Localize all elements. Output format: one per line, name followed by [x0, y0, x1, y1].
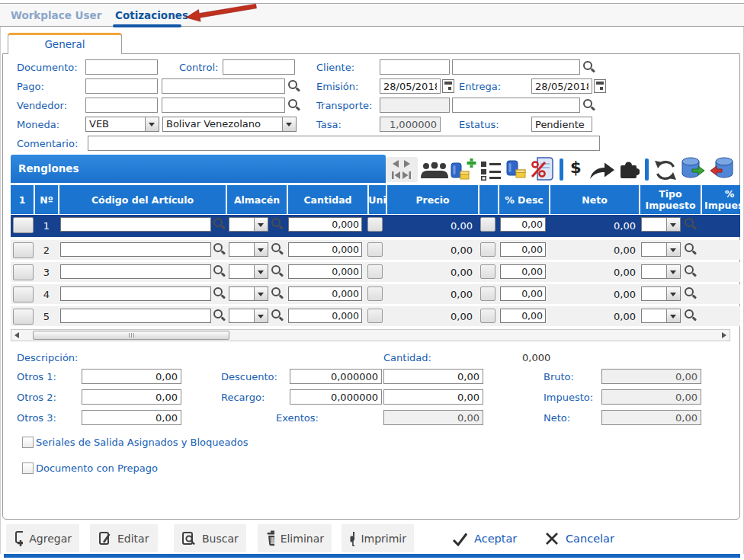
- almacen-search-icon[interactable]: [271, 218, 284, 230]
- moneda-name-select[interactable]: Bolivar Venezolano: [162, 117, 297, 132]
- uni-cell[interactable]: [367, 286, 383, 301]
- export-data-icon[interactable]: [681, 157, 705, 180]
- tab-cotizaciones[interactable]: Cotizaciones: [115, 4, 188, 27]
- almacen-select[interactable]: [229, 286, 268, 301]
- scroll-left-icon[interactable]: [14, 332, 19, 338]
- discount-document-icon[interactable]: [531, 157, 554, 181]
- scroll-right-icon[interactable]: [722, 332, 726, 338]
- cliente-code-input[interactable]: [380, 59, 450, 75]
- articulo-search-icon[interactable]: [213, 243, 226, 255]
- row-selector-button[interactable]: [13, 242, 34, 258]
- articulo-search-icon[interactable]: [213, 218, 226, 230]
- almacen-select[interactable]: [229, 217, 268, 232]
- customers-icon[interactable]: [421, 162, 448, 179]
- uni-cell[interactable]: [367, 309, 383, 323]
- descuento-pct-input[interactable]: [290, 369, 382, 384]
- editar-button[interactable]: Editar: [90, 524, 158, 552]
- row-selector-button[interactable]: [13, 286, 34, 302]
- articulo-search-icon[interactable]: [213, 265, 226, 277]
- tipo-impuesto-search-icon[interactable]: [685, 287, 697, 299]
- tipo-impuesto-search-icon[interactable]: [685, 309, 697, 322]
- articulo-code-input[interactable]: [60, 242, 211, 257]
- refresh-icon[interactable]: [654, 159, 677, 181]
- prepago-checkbox[interactable]: [22, 462, 34, 474]
- aceptar-button[interactable]: Aceptar: [444, 524, 529, 552]
- tab-general[interactable]: General: [8, 33, 122, 54]
- seriales-checkbox[interactable]: [22, 437, 34, 448]
- articulo-search-icon[interactable]: [213, 309, 226, 322]
- imprimir-button[interactable]: Imprimir: [342, 524, 414, 552]
- tab-workplace-user[interactable]: Workplace User: [11, 4, 101, 27]
- cancelar-button[interactable]: Cancelar: [537, 524, 622, 552]
- agregar-button[interactable]: Agregar: [6, 524, 79, 552]
- desc-input[interactable]: [500, 242, 546, 257]
- pago-search-icon[interactable]: [288, 80, 300, 92]
- desc-input[interactable]: [500, 309, 546, 323]
- uni-cell[interactable]: [367, 264, 383, 279]
- comentario-input[interactable]: [88, 136, 600, 151]
- cliente-search-icon[interactable]: [583, 61, 595, 73]
- cantidad-input[interactable]: [288, 286, 362, 301]
- currency-icon[interactable]: $: [570, 158, 582, 177]
- transporte-name-input[interactable]: [452, 98, 580, 113]
- spacer-cell[interactable]: [480, 264, 495, 279]
- articulo-code-input[interactable]: [60, 286, 211, 301]
- desc-input[interactable]: [500, 264, 546, 279]
- tipo-impuesto-search-icon[interactable]: [685, 243, 697, 255]
- row-selector-button[interactable]: [13, 264, 34, 280]
- articulo-code-input[interactable]: [60, 309, 211, 323]
- tipo-impuesto-select[interactable]: [641, 242, 681, 257]
- grid-row-2[interactable]: 2 0,00 0,00: [11, 240, 740, 260]
- cliente-name-input[interactable]: [452, 59, 580, 75]
- cantidad-input[interactable]: [288, 217, 362, 232]
- cantidad-input[interactable]: [288, 309, 362, 323]
- articulo-code-input[interactable]: [60, 264, 211, 279]
- vendedor-name-input[interactable]: [162, 98, 285, 113]
- recargo-pct-input[interactable]: [290, 389, 382, 405]
- otros3-input[interactable]: [82, 410, 181, 425]
- almacen-select[interactable]: [229, 309, 268, 323]
- spacer-cell[interactable]: [480, 217, 495, 232]
- vendedor-search-icon[interactable]: [288, 99, 300, 111]
- articulo-code-input[interactable]: [60, 217, 211, 232]
- transporte-search-icon[interactable]: [583, 99, 595, 111]
- record-navigation-icon[interactable]: [386, 157, 418, 182]
- tipo-impuesto-select[interactable]: [641, 264, 681, 279]
- emision-date-input[interactable]: [380, 78, 441, 94]
- control-input[interactable]: [223, 59, 295, 75]
- tipo-impuesto-select[interactable]: [641, 309, 681, 323]
- entrega-date-input[interactable]: [531, 78, 592, 94]
- vendedor-code-input[interactable]: [85, 98, 158, 113]
- tipo-impuesto-search-icon[interactable]: [685, 218, 697, 230]
- desc-input[interactable]: [500, 286, 546, 301]
- grid-row-4[interactable]: 4 0,00 0,00: [11, 284, 740, 304]
- spacer-cell[interactable]: [480, 242, 495, 257]
- grid-row-5[interactable]: 5 0,00 0,00: [11, 306, 740, 326]
- documento-input[interactable]: [85, 59, 158, 75]
- grid-row-1[interactable]: 1 0,00 0,00: [11, 215, 740, 237]
- almacen-search-icon[interactable]: [271, 309, 284, 322]
- almacen-search-icon[interactable]: [271, 265, 284, 277]
- articulo-search-icon[interactable]: [213, 287, 226, 299]
- cantidad-input[interactable]: [288, 242, 362, 257]
- tipo-impuesto-search-icon[interactable]: [685, 265, 697, 277]
- spacer-cell[interactable]: [480, 309, 495, 323]
- uni-cell[interactable]: [367, 217, 383, 232]
- descuento-amt-input[interactable]: [383, 369, 483, 384]
- otros1-input[interactable]: [82, 369, 181, 384]
- tipo-impuesto-select[interactable]: [641, 286, 681, 301]
- desc-input[interactable]: [500, 217, 546, 232]
- pago-code-input[interactable]: [85, 78, 158, 94]
- plugin-icon[interactable]: [619, 160, 640, 180]
- estatus-input[interactable]: [531, 117, 592, 132]
- scrollbar-thumb[interactable]: [33, 331, 229, 340]
- almacen-search-icon[interactable]: [271, 287, 284, 299]
- emision-calendar-icon[interactable]: [442, 79, 454, 93]
- moneda-code-select[interactable]: VEB: [85, 117, 159, 132]
- recargo-amt-input[interactable]: [383, 389, 483, 405]
- add-item-icon[interactable]: [451, 158, 476, 181]
- import-data-icon[interactable]: [710, 157, 734, 180]
- cantidad-input[interactable]: [288, 264, 362, 279]
- almacen-select[interactable]: [229, 264, 268, 279]
- eliminar-button[interactable]: Eliminar: [258, 524, 332, 552]
